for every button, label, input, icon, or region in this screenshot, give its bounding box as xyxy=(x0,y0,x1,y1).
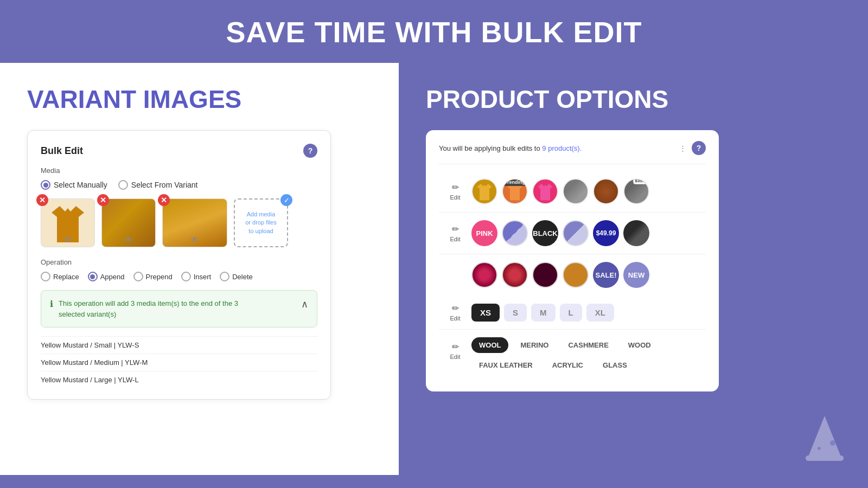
collapse-btn[interactable]: ∧ xyxy=(301,298,308,310)
mat-acrylic[interactable]: ACRYLIC xyxy=(545,357,591,373)
op-delete[interactable]: Delete xyxy=(220,272,253,281)
color-red-pattern[interactable] xyxy=(502,262,528,288)
material-row-1: WOOL MERINO CASHMERE WOOD xyxy=(471,337,659,353)
left-panel: VARIANT IMAGES Bulk Edit ? Media Select … xyxy=(0,63,399,475)
info-circle-icon: ℹ xyxy=(50,299,53,309)
size-xs[interactable]: XS xyxy=(471,304,500,322)
wizard-icon xyxy=(803,413,846,464)
color-gray-pattern[interactable] xyxy=(563,178,589,204)
color-amber[interactable] xyxy=(563,262,589,288)
add-media-check-icon: ✓ xyxy=(280,194,292,206)
price-badge: $39.99 xyxy=(633,178,649,184)
add-media-text: Add media or drop files to upload xyxy=(245,210,276,235)
remove-btn-3[interactable]: ✕ xyxy=(158,194,170,206)
media-label: Media xyxy=(41,166,317,175)
bulk-edit-notice: You will be applying bulk edits to 9 pro… xyxy=(439,141,706,164)
pencil-icon-4: ✏ xyxy=(452,342,459,352)
color-brown-cracked[interactable] xyxy=(593,178,619,204)
color-pink-shirt[interactable] xyxy=(532,178,558,204)
notice-icons: ⋮ ? xyxy=(679,141,706,155)
radio-select-manually[interactable]: Select Manually xyxy=(41,180,107,190)
mini-shirt-svg xyxy=(475,182,494,201)
size-values: XS S M L XL xyxy=(471,304,614,322)
radio-circle-variant xyxy=(118,180,128,190)
edit-btn-3[interactable]: ✏ Edit xyxy=(439,303,471,322)
eye-icon-2[interactable]: 👁 xyxy=(124,235,133,245)
card-header: Bulk Edit ? xyxy=(41,144,317,158)
color-black-label[interactable]: BLACK xyxy=(532,220,558,246)
color-gold-shirt[interactable] xyxy=(471,178,497,204)
media-radio-group: Select Manually Select From Variant xyxy=(41,180,317,190)
pencil-icon-1: ✏ xyxy=(452,182,459,192)
material-values-wrapper: WOOL MERINO CASHMERE WOOD FAUX LEATHER A… xyxy=(471,337,659,373)
size-s[interactable]: S xyxy=(504,304,527,322)
color-price-blue[interactable]: $49.99 xyxy=(593,220,619,246)
edit-btn-1[interactable]: ✏ Edit xyxy=(439,182,471,201)
remove-btn-1[interactable]: ✕ xyxy=(36,194,48,206)
product-count-link[interactable]: 9 product(s). xyxy=(542,144,582,152)
thumb-2: ✕ 👁 xyxy=(101,198,156,247)
material-row-2: FAUX LEATHER ACRYLIC GLASS xyxy=(471,357,659,373)
color-orange-shirt[interactable]: Trending xyxy=(502,178,528,204)
variant-list: Yellow Mustard / Small | YLW-S Yellow Mu… xyxy=(41,336,317,388)
radio-circle-manually xyxy=(41,180,50,190)
add-media-box[interactable]: ✓ Add media or drop files to upload xyxy=(234,198,288,247)
variant-item-3: Yellow Mustard / Large | YLW-L xyxy=(41,371,317,388)
options-help-icon[interactable]: ? xyxy=(692,141,706,155)
color-values-row2b: SALE! NEW xyxy=(471,262,649,288)
op-radio-append xyxy=(88,272,98,281)
size-xl[interactable]: XL xyxy=(586,304,614,322)
color-sale-purple[interactable]: SALE! xyxy=(593,262,619,288)
trending-badge: Trending xyxy=(502,178,528,186)
mat-merino[interactable]: MERINO xyxy=(513,337,556,353)
thumb-3: ✕ 👁 xyxy=(162,198,227,247)
mat-wood[interactable]: WOOD xyxy=(621,337,659,353)
color-new-purple[interactable]: NEW xyxy=(623,262,649,288)
eye-icon-3[interactable]: 👁 xyxy=(190,235,199,245)
color-leopard-price[interactable]: $39.99 xyxy=(623,178,649,204)
size-l[interactable]: L xyxy=(560,304,582,322)
variant-item-2: Yellow Mustard / Medium | YLW-M xyxy=(41,354,317,371)
svg-marker-4 xyxy=(808,416,841,457)
eye-icon-1[interactable]: 👁 xyxy=(63,235,72,245)
main-content: VARIANT IMAGES Bulk Edit ? Media Select … xyxy=(0,63,868,475)
svg-marker-1 xyxy=(477,184,492,200)
mat-faux-leather[interactable]: FAUX LEATHER xyxy=(471,357,540,373)
help-icon[interactable]: ? xyxy=(303,144,317,158)
edit-btn-2[interactable]: ✏ Edit xyxy=(439,224,471,242)
mat-glass[interactable]: GLASS xyxy=(595,357,635,373)
radio-select-from-variant[interactable]: Select From Variant xyxy=(118,180,198,190)
color-berry[interactable] xyxy=(471,262,497,288)
color-dark-texture[interactable] xyxy=(623,220,649,246)
op-append[interactable]: Append xyxy=(88,272,125,281)
color-pink-label[interactable]: PINK xyxy=(471,220,497,246)
op-radio-replace xyxy=(41,272,50,281)
radio-label-manually: Select Manually xyxy=(54,181,107,189)
thumb-1: ✕ 👁 xyxy=(41,198,95,247)
color-values-row2: PINK BLACK $49.99 xyxy=(471,220,649,246)
op-radio-delete xyxy=(220,272,229,281)
size-m[interactable]: M xyxy=(531,304,556,322)
mat-wool[interactable]: WOOL xyxy=(471,337,508,353)
op-replace[interactable]: Replace xyxy=(41,272,79,281)
variant-item-1: Yellow Mustard / Small | YLW-S xyxy=(41,336,317,354)
mini-shirt-svg-3 xyxy=(535,182,555,201)
option-row-materials: ✏ Edit WOOL MERINO CASHMERE WOOD FAUX LE… xyxy=(439,330,706,381)
color-purple-half[interactable] xyxy=(563,220,589,246)
remove-btn-2[interactable]: ✕ xyxy=(97,194,109,206)
option-row-colors-3: SALE! NEW xyxy=(439,254,706,296)
op-prepend[interactable]: Prepend xyxy=(133,272,173,281)
color-blue-half[interactable] xyxy=(502,220,528,246)
color-dark-cherry[interactable] xyxy=(532,262,558,288)
option-row-colors-1: ✏ Edit Trending xyxy=(439,171,706,213)
mat-cashmere[interactable]: CASHMERE xyxy=(560,337,616,353)
edit-btn-4[interactable]: ✏ Edit xyxy=(439,342,471,360)
page-title: SAVE TIME WITH BULK EDIT xyxy=(0,15,868,49)
option-row-sizes: ✏ Edit XS S M L XL xyxy=(439,296,706,330)
card-title: Bulk Edit xyxy=(41,145,83,157)
op-insert[interactable]: Insert xyxy=(181,272,212,281)
op-radio-prepend xyxy=(133,272,143,281)
page-header: SAVE TIME WITH BULK EDIT xyxy=(0,0,868,63)
more-options-icon[interactable]: ⋮ xyxy=(679,144,686,152)
radio-label-variant: Select From Variant xyxy=(131,181,198,189)
